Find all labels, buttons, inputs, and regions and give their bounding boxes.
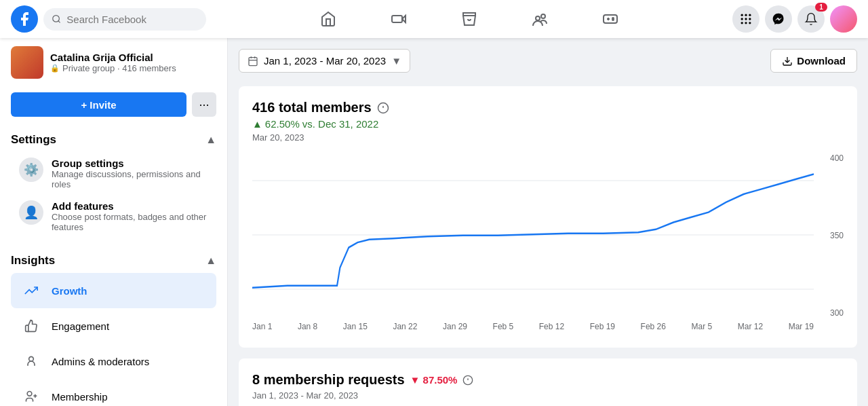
- x-label-8: Feb 26: [641, 322, 666, 331]
- sidebar-item-admins[interactable]: Admins & moderators: [11, 344, 216, 379]
- sidebar-item-engagement[interactable]: Engagement: [11, 308, 216, 344]
- svg-point-8: [612, 19, 614, 20]
- add-features-item[interactable]: 👤 Add features Choose post formats, badg…: [11, 195, 216, 238]
- groups-nav-btn[interactable]: [506, 4, 574, 34]
- invite-label: + Invite: [81, 99, 116, 111]
- members-chart-card: 416 total members ▲ 62.50% vs. Dec 31, 2…: [239, 86, 857, 348]
- group-settings-desc: Manage discussions, permissions and role…: [52, 169, 208, 189]
- stats-title: 416 total members: [252, 100, 844, 115]
- invite-button[interactable]: + Invite: [11, 92, 186, 117]
- apps-btn[interactable]: [732, 5, 760, 33]
- svg-point-13: [745, 18, 747, 20]
- membership-icon: [19, 384, 43, 406]
- search-icon: [52, 14, 61, 24]
- date-picker[interactable]: Jan 1, 2023 - Mar 20, 2023 ▼: [239, 49, 410, 73]
- gaming-nav-btn[interactable]: [576, 4, 644, 34]
- home-nav-btn[interactable]: [294, 4, 362, 34]
- growth-arrow-icon: ▲: [252, 118, 262, 130]
- download-label: Download: [797, 55, 846, 67]
- svg-point-16: [745, 22, 747, 24]
- svg-rect-6: [604, 15, 617, 23]
- admins-icon: [19, 349, 43, 373]
- stats-growth: ▲ 62.50% vs. Dec 31, 2022: [252, 118, 844, 130]
- y-label-300: 300: [819, 308, 844, 318]
- nav-right: 1: [732, 5, 857, 33]
- settings-label: Settings: [11, 133, 56, 147]
- insights-chevron[interactable]: ▲: [205, 255, 216, 267]
- svg-point-15: [741, 22, 743, 24]
- video-nav-btn[interactable]: [365, 4, 433, 34]
- settings-section: Settings ▲ ⚙️ Group settings Manage disc…: [0, 122, 227, 243]
- add-features-desc: Choose post formats, badges and other fe…: [52, 212, 208, 232]
- x-label-11: Mar 19: [789, 322, 814, 331]
- svg-point-9: [741, 14, 743, 16]
- download-icon: [782, 56, 793, 67]
- notifications-btn[interactable]: 1: [797, 5, 825, 33]
- date-row: Jan 1, 2023 - Mar 20, 2023 ▼ Download: [239, 49, 857, 73]
- settings-chevron[interactable]: ▲: [205, 134, 216, 146]
- sidebar-item-membership[interactable]: Membership: [11, 379, 216, 406]
- growth-label: Growth: [52, 285, 87, 297]
- settings-header: Settings ▲: [11, 128, 216, 152]
- req-info-icon: [462, 375, 473, 386]
- svg-point-19: [27, 392, 32, 396]
- svg-point-17: [749, 22, 751, 24]
- growth-vs: vs. Dec 31, 2022: [302, 118, 379, 130]
- insights-section: Insights ▲ Growth Engagement Admins & m: [0, 243, 227, 406]
- svg-point-10: [745, 14, 747, 16]
- x-label-0: Jan 1: [252, 322, 272, 331]
- fb-logo[interactable]: [11, 5, 38, 33]
- sidebar: Catalina Grija Official 🔒 Private group …: [0, 38, 228, 406]
- calendar-icon: [248, 56, 258, 67]
- admins-label: Admins & moderators: [52, 356, 149, 367]
- svg-point-11: [749, 14, 751, 16]
- y-label-350: 350: [819, 231, 844, 240]
- x-label-7: Feb 19: [590, 322, 615, 331]
- membership-label: Membership: [52, 391, 108, 403]
- x-label-3: Jan 22: [393, 322, 417, 331]
- top-nav: 1: [0, 0, 868, 38]
- group-info: Catalina Grija Official 🔒 Private group …: [50, 52, 176, 73]
- engagement-icon: [19, 314, 43, 338]
- x-label-9: Mar 5: [692, 322, 713, 331]
- chart-wrapper: Jan 1 Jan 8 Jan 15 Jan 22 Jan 29 Feb 5 F…: [252, 153, 844, 334]
- x-label-6: Feb 12: [539, 322, 564, 331]
- insights-header: Insights ▲: [11, 248, 216, 273]
- x-axis-labels: Jan 1 Jan 8 Jan 15 Jan 22 Jan 29 Feb 5 F…: [252, 319, 814, 334]
- search-input[interactable]: [66, 14, 198, 25]
- lock-icon: 🔒: [50, 64, 60, 73]
- sidebar-item-growth[interactable]: Growth: [11, 273, 216, 308]
- svg-point-14: [749, 18, 751, 20]
- group-header: Catalina Grija Official 🔒 Private group …: [0, 38, 227, 87]
- group-meta: Private group · 416 members: [62, 63, 176, 73]
- main-layout: Catalina Grija Official 🔒 Private group …: [0, 38, 868, 406]
- download-button[interactable]: Download: [770, 49, 857, 73]
- group-settings-icon: ⚙️: [19, 158, 43, 182]
- dropdown-chevron-icon: ▼: [391, 55, 401, 67]
- engagement-label: Engagement: [52, 320, 109, 332]
- info-icon: [377, 102, 389, 114]
- more-button[interactable]: ···: [192, 92, 216, 117]
- add-features-icon: 👤: [19, 200, 43, 225]
- add-features-title: Add features: [52, 200, 208, 212]
- growth-date: Mar 20, 2023: [252, 132, 844, 143]
- group-name: Catalina Grija Official: [50, 52, 176, 63]
- notifications-badge: 1: [815, 3, 827, 12]
- search-bar[interactable]: [43, 8, 206, 31]
- req-drop-pct: ▼ 87.50%: [410, 374, 458, 386]
- growth-icon: [19, 278, 43, 303]
- req-title: 8 membership requests ▼ 87.50%: [252, 372, 844, 388]
- messenger-btn[interactable]: [765, 5, 792, 33]
- svg-point-12: [741, 18, 743, 20]
- y-axis-labels: 400 350 300: [819, 153, 844, 334]
- group-settings-item[interactable]: ⚙️ Group settings Manage discussions, pe…: [11, 152, 216, 195]
- insights-label: Insights: [11, 254, 55, 267]
- growth-pct: 62.50%: [265, 118, 300, 130]
- membership-requests-card: 8 membership requests ▼ 87.50% Jan 1, 20…: [239, 358, 857, 406]
- x-label-10: Mar 12: [738, 322, 763, 331]
- y-label-400: 400: [819, 153, 844, 163]
- group-settings-title: Group settings: [52, 158, 208, 169]
- avatar[interactable]: [830, 5, 857, 33]
- group-icon: [11, 46, 43, 79]
- store-nav-btn[interactable]: [435, 4, 503, 34]
